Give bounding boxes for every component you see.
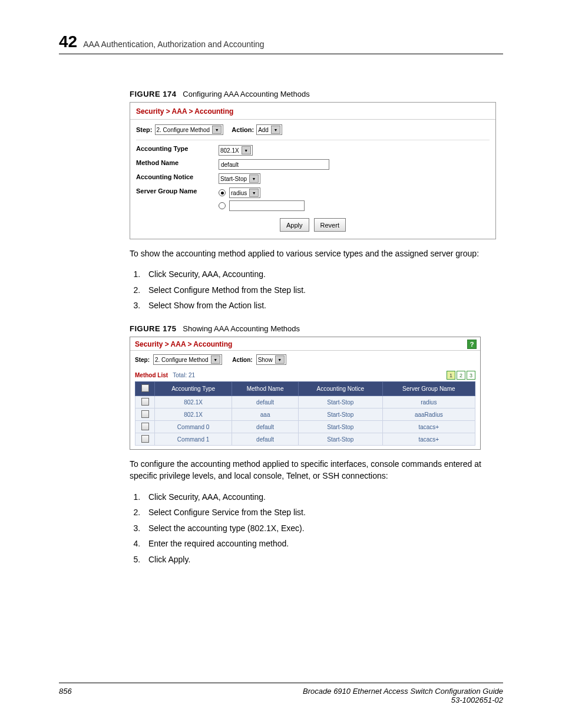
step-item: Click Apply. xyxy=(143,552,503,568)
server-group-select[interactable]: radius▼ xyxy=(229,187,260,198)
chevron-down-icon: ▼ xyxy=(242,146,251,154)
step-item: Select the accounting type (802.1X, Exec… xyxy=(143,521,503,536)
action-select[interactable]: Add▼ xyxy=(256,124,282,135)
apply-button[interactable]: Apply xyxy=(280,218,309,232)
step-select[interactable]: 2. Configure Method▼ xyxy=(153,354,222,365)
figure-175-panel: Security > AAA > Accounting ? Step: 2. C… xyxy=(130,337,481,450)
checkbox[interactable] xyxy=(141,423,149,430)
table-header: Method Name xyxy=(232,382,299,396)
steps-list-1: Click Security, AAA, Accounting. Select … xyxy=(130,266,503,314)
method-list-total: Total: 21 xyxy=(173,372,195,378)
step-item: Select Configure Method from the Step li… xyxy=(143,282,503,298)
checkbox[interactable] xyxy=(141,410,149,418)
page-header: 42 AAA Authentication, Authorization and… xyxy=(59,32,503,54)
cell: tacacs+ xyxy=(382,433,475,446)
footer-doc-title: Brocade 6910 Ethernet Access Switch Conf… xyxy=(303,687,503,696)
table-header-checkbox xyxy=(135,382,155,396)
chevron-down-icon: ▼ xyxy=(212,126,222,134)
accounting-notice-select[interactable]: Start-Stop▼ xyxy=(219,173,260,184)
breadcrumb: Security > AAA > Accounting xyxy=(135,340,232,348)
checkbox[interactable] xyxy=(141,435,149,443)
method-name-input[interactable]: default xyxy=(219,159,329,170)
chevron-down-icon: ▼ xyxy=(249,189,259,197)
cell: Start-Stop xyxy=(299,409,383,421)
page-button[interactable]: 2 xyxy=(457,371,465,380)
method-list-label: Method List xyxy=(135,372,168,378)
figure-175-caption: FIGURE 175 Showing AAA Accounting Method… xyxy=(130,324,503,333)
chapter-title: AAA Authentication, Authorization and Ac… xyxy=(83,39,264,49)
cell: default xyxy=(232,433,299,446)
page-button[interactable]: 1 xyxy=(447,371,455,380)
cell: aaaRadius xyxy=(382,409,475,421)
action-select[interactable]: Show▼ xyxy=(256,354,286,365)
step-item: Select Show from the Action list. xyxy=(143,298,503,314)
figure-174-caption: FIGURE 174 Configuring AAA Accounting Me… xyxy=(130,90,503,98)
figure-174-panel: Security > AAA > Accounting Step: 2. Con… xyxy=(130,102,496,239)
table-row: Command 0 default Start-Stop tacacs+ xyxy=(135,421,475,433)
cell: 802.1X xyxy=(155,396,232,409)
body-text-2: To configure the accounting method appli… xyxy=(130,458,503,482)
cell: Command 0 xyxy=(155,421,232,433)
cell: aaa xyxy=(232,409,299,421)
page-footer: 856 Brocade 6910 Ethernet Access Switch … xyxy=(59,683,503,704)
cell: default xyxy=(232,421,299,433)
checkbox[interactable] xyxy=(141,384,149,392)
revert-button[interactable]: Revert xyxy=(314,218,346,232)
body-text-1: To show the accounting method applied to… xyxy=(130,248,503,259)
cell: Start-Stop xyxy=(299,396,383,409)
figure-label: FIGURE 175 xyxy=(130,324,176,333)
step-select[interactable]: 2. Configure Method▼ xyxy=(155,124,224,135)
figure-label: FIGURE 174 xyxy=(130,90,176,98)
figure-title: Showing AAA Accounting Methods xyxy=(183,324,300,333)
chevron-down-icon: ▼ xyxy=(271,126,280,134)
action-label: Action: xyxy=(232,126,254,133)
server-group-name-label: Server Group Name xyxy=(136,187,207,195)
table-row: Command 1 default Start-Stop tacacs+ xyxy=(135,433,475,446)
step-label: Step: xyxy=(135,357,150,363)
table-row: 802.1X default Start-Stop radius xyxy=(135,396,475,409)
server-group-radio-custom[interactable] xyxy=(219,202,226,209)
chevron-down-icon: ▼ xyxy=(275,355,285,364)
chevron-down-icon: ▼ xyxy=(211,355,220,364)
table-row: 802.1X aaa Start-Stop aaaRadius xyxy=(135,409,475,421)
page-button[interactable]: 3 xyxy=(467,371,475,380)
method-name-label: Method Name xyxy=(136,159,207,166)
footer-page-number: 856 xyxy=(59,687,72,704)
step-label: Step: xyxy=(136,126,153,133)
footer-doc-id: 53-1002651-02 xyxy=(303,696,503,704)
table-header: Server Group Name xyxy=(382,382,475,396)
steps-list-2: Click Security, AAA, Accounting. Select … xyxy=(130,489,503,568)
method-table: Accounting Type Method Name Accounting N… xyxy=(135,381,475,446)
step-item: Click Security, AAA, Accounting. xyxy=(143,489,503,505)
action-label: Action: xyxy=(232,357,252,363)
breadcrumb: Security > AAA > Accounting xyxy=(130,103,495,120)
figure-title: Configuring AAA Accounting Methods xyxy=(183,90,309,98)
accounting-notice-label: Accounting Notice xyxy=(136,173,207,180)
table-header: Accounting Type xyxy=(155,382,232,396)
accounting-type-select[interactable]: 802.1X▼ xyxy=(219,145,253,156)
pager: 1 2 3 xyxy=(447,371,475,380)
table-header: Accounting Notice xyxy=(299,382,383,396)
cell: tacacs+ xyxy=(382,421,475,433)
step-item: Select Configure Service from the Step l… xyxy=(143,505,503,521)
cell: Start-Stop xyxy=(299,421,383,433)
help-icon[interactable]: ? xyxy=(467,340,477,349)
server-group-input[interactable] xyxy=(229,200,305,211)
cell: radius xyxy=(382,396,475,409)
step-item: Enter the required accounting method. xyxy=(143,536,503,552)
chevron-down-icon: ▼ xyxy=(249,174,259,183)
cell: 802.1X xyxy=(155,409,232,421)
cell: default xyxy=(232,396,299,409)
cell: Start-Stop xyxy=(299,433,383,446)
server-group-radio-preset[interactable] xyxy=(219,189,226,196)
step-item: Click Security, AAA, Accounting. xyxy=(143,266,503,282)
accounting-type-label: Accounting Type xyxy=(136,145,207,152)
chapter-number: 42 xyxy=(59,32,77,51)
cell: Command 1 xyxy=(155,433,232,446)
checkbox[interactable] xyxy=(141,398,149,406)
